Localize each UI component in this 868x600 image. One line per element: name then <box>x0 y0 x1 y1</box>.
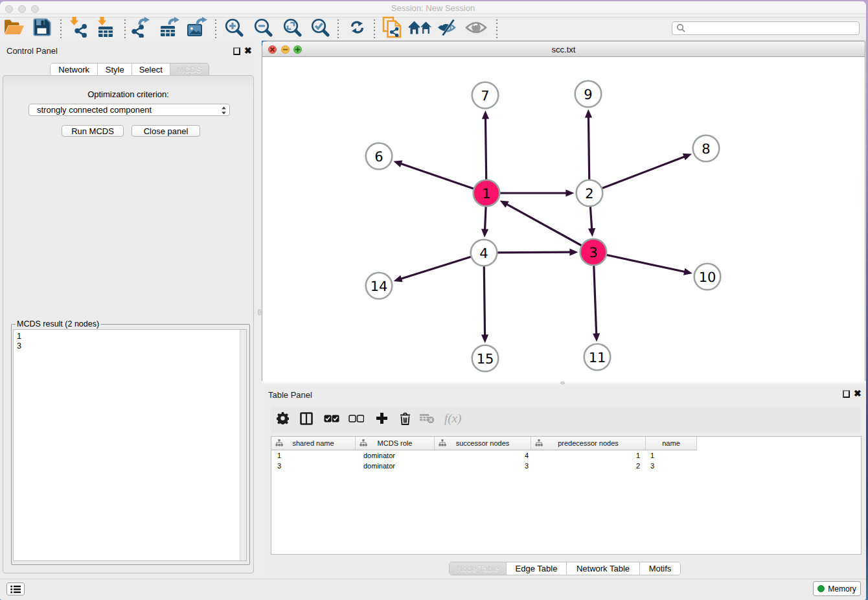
table-panel-close-button[interactable]: ✖ <box>854 390 862 397</box>
first-neighbors-icon <box>408 19 432 38</box>
toolbar-separator <box>496 19 497 38</box>
cell-MCDS-role[interactable]: dominator <box>356 461 435 471</box>
tab-network-table[interactable]: Network Table <box>567 562 640 575</box>
close-panel-button[interactable]: Close panel <box>131 125 200 137</box>
clear-checkboxes-icon <box>348 414 364 426</box>
tab-network[interactable]: Network <box>51 63 98 76</box>
task-list-icon <box>10 585 21 594</box>
first-neighbors-button[interactable] <box>407 17 433 40</box>
tab-motifs[interactable]: Motifs <box>640 562 680 575</box>
vertical-split-handle[interactable] <box>258 309 261 316</box>
toolbar-separator <box>124 19 126 38</box>
cell-predecessor-nodes[interactable]: 1 <box>531 450 646 461</box>
memory-button[interactable]: Memory <box>813 581 861 596</box>
tab-mcds[interactable]: MCDS <box>170 63 209 76</box>
add-column-icon <box>376 413 387 426</box>
cell-name[interactable]: 3 <box>646 461 697 471</box>
import-network-button[interactable] <box>65 17 91 40</box>
network-graph[interactable]: 7968124314101511 <box>262 58 865 381</box>
select-all-checkboxes-button[interactable] <box>322 406 341 433</box>
column-header-predecessor-nodes[interactable]: predecessor nodes <box>531 437 646 450</box>
delete-column-button[interactable] <box>395 406 415 433</box>
import-network-icon <box>68 17 89 40</box>
tab-select[interactable]: Select <box>132 63 170 76</box>
export-network-button[interactable] <box>129 17 155 40</box>
edge-2-8[interactable] <box>589 157 685 193</box>
control-panel-float-button[interactable] <box>233 47 240 55</box>
hide-selected-icon <box>437 19 459 38</box>
zoom-fit-button[interactable] <box>279 17 305 40</box>
tab-node-table[interactable]: Node Table <box>450 562 507 575</box>
hide-selected-button[interactable] <box>435 17 461 40</box>
mcds-result-scrollbar[interactable] <box>240 330 246 560</box>
mcds-tab-content: Optimization criterion: strongly connect… <box>3 75 254 573</box>
vertical-split-divider[interactable] <box>256 40 262 579</box>
task-history-button[interactable] <box>6 583 25 595</box>
show-all-button[interactable] <box>463 17 489 40</box>
split-columns-button[interactable] <box>297 406 316 433</box>
edge-3-1[interactable] <box>507 204 593 252</box>
column-header-shared-name[interactable]: shared name <box>271 437 356 450</box>
node-table[interactable]: shared name MCDS role successor nodes pr… <box>271 436 862 555</box>
run-mcds-button[interactable]: Run MCDS <box>62 125 124 137</box>
zoom-fit-icon <box>282 17 302 40</box>
open-file-icon <box>2 17 25 40</box>
column-header-label: predecessor nodes <box>531 437 645 449</box>
apply-layout-icon <box>350 21 364 36</box>
clear-checkboxes-button[interactable] <box>347 406 366 433</box>
memory-status-icon <box>817 585 825 592</box>
edge-arrow-3-10 <box>683 268 692 275</box>
gear-icon <box>277 412 289 427</box>
add-column-button[interactable] <box>372 406 391 433</box>
control-panel: Control Panel ✖ NetworkStyleSelectMCDS O… <box>0 40 256 579</box>
save-session-button[interactable] <box>29 17 55 40</box>
horizontal-split-handle[interactable] <box>560 382 565 384</box>
cell-shared-name[interactable]: 1 <box>271 450 356 461</box>
cell-name[interactable]: 1 <box>646 450 697 461</box>
edge-3-10[interactable] <box>593 252 685 271</box>
import-table-button[interactable] <box>93 17 119 40</box>
mcds-result-textarea[interactable]: 1 3 <box>13 329 247 561</box>
column-header-successor-nodes[interactable]: successor nodes <box>435 437 531 450</box>
tab-style[interactable]: Style <box>98 63 132 76</box>
zoom-out-button[interactable] <box>250 17 276 40</box>
export-image-icon <box>186 17 209 40</box>
open-file-button[interactable] <box>1 17 27 40</box>
cell-shared-name[interactable]: 3 <box>271 461 356 471</box>
column-header-name[interactable]: name <box>646 437 697 450</box>
edge-arrow-4-3 <box>569 249 578 256</box>
zoom-selected-button[interactable] <box>307 17 333 40</box>
export-image-button[interactable] <box>185 17 211 40</box>
column-header-MCDS-role[interactable]: MCDS role <box>356 437 435 450</box>
function-builder-button[interactable]: f(x) <box>444 406 464 433</box>
delete-table-button[interactable] <box>417 406 437 433</box>
mcds-result-group: MCDS result (2 nodes) 1 3 <box>11 324 250 565</box>
gear-button[interactable] <box>273 406 292 433</box>
table-panel-float-button[interactable] <box>843 390 850 398</box>
edge-arrow-1-6 <box>393 161 402 168</box>
duplicate-network-button[interactable] <box>379 17 405 40</box>
tab-edge-table[interactable]: Edge Table <box>507 562 567 575</box>
graph-node-label-1: 1 <box>482 186 490 202</box>
graph-node-label-10: 10 <box>699 270 716 285</box>
graph-node-label-6: 6 <box>374 149 383 165</box>
network-frame-titlebar[interactable]: scc.txt <box>262 41 865 57</box>
delete-table-icon <box>420 413 435 426</box>
cell-predecessor-nodes[interactable]: 2 <box>531 461 646 471</box>
control-panel-tabs: NetworkStyleSelectMCDS <box>50 63 209 76</box>
optimization-criterion-select[interactable]: strongly connected component <box>29 104 230 116</box>
zoom-in-button[interactable] <box>221 17 247 40</box>
export-table-button[interactable] <box>157 17 183 40</box>
control-panel-close-button[interactable]: ✖ <box>244 47 252 54</box>
cell-successor-nodes[interactable]: 3 <box>435 461 531 471</box>
column-header-label: name <box>646 437 696 449</box>
export-table-icon <box>159 17 181 40</box>
save-session-icon <box>33 18 51 39</box>
optimization-criterion-label: Optimization criterion: <box>3 89 253 99</box>
search-input[interactable] <box>672 21 860 35</box>
cell-MCDS-role[interactable]: dominator <box>356 450 435 461</box>
apply-layout-button[interactable] <box>344 17 370 40</box>
node-table-header: shared name MCDS role successor nodes pr… <box>271 437 697 450</box>
split-columns-icon <box>300 412 313 428</box>
cell-successor-nodes[interactable]: 4 <box>435 450 531 461</box>
